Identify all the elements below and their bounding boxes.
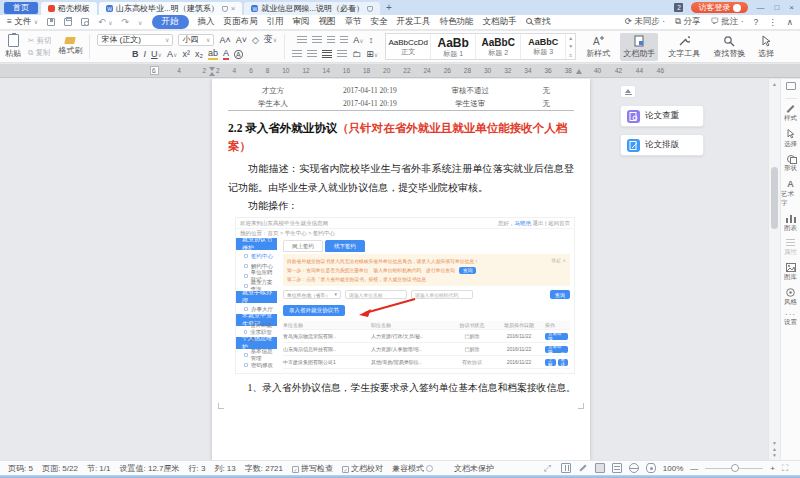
align-center-icon[interactable] xyxy=(307,50,317,58)
print-icon[interactable] xyxy=(64,18,72,26)
help-icon[interactable]: ? xyxy=(754,17,759,27)
gallery-down-icon[interactable]: ▼ xyxy=(568,43,573,49)
new-style-button[interactable]: A 新样式 xyxy=(583,33,613,61)
menu-insert[interactable]: 插入 xyxy=(198,16,215,28)
pin-icon[interactable] xyxy=(222,6,228,12)
bullet-list-icon[interactable] xyxy=(297,36,307,44)
menu-home[interactable]: 开始 xyxy=(152,15,189,29)
spell-check-button[interactable]: ✓拼写检查 xyxy=(292,463,333,474)
gallery-more-icon[interactable]: ≡ xyxy=(569,52,572,58)
shading-icon[interactable]: 🗀 xyxy=(352,49,361,59)
scrollbar-thumb[interactable] xyxy=(771,167,778,229)
gallery-up-icon[interactable]: ▲ xyxy=(568,35,573,41)
horizontal-ruler[interactable]: ∟ 642 2468101214161820222426283032343638… xyxy=(0,64,800,78)
superscript-button[interactable]: x² xyxy=(182,49,190,59)
bold-button[interactable]: B xyxy=(132,49,139,59)
outline-view-icon[interactable] xyxy=(612,463,622,473)
menu-view[interactable]: 视图 xyxy=(319,16,336,28)
pin-icon[interactable] xyxy=(367,6,373,12)
menu-doc-assistant[interactable]: 文档助手 xyxy=(483,16,517,28)
document-tab-2[interactable]: W 就业信息网操...说明（必看） xyxy=(244,2,380,15)
docer-template-tab[interactable]: 稻壳模板 xyxy=(41,2,97,15)
document-tab-1[interactable]: W 山东高校毕业...明（建筑系） × xyxy=(99,2,242,15)
save-icon[interactable] xyxy=(47,18,55,26)
zoom-level[interactable]: 100% xyxy=(663,464,683,473)
visitor-login-button[interactable]: 访客登录 xyxy=(691,2,748,13)
web-view-icon[interactable] xyxy=(629,463,639,473)
subscript-button[interactable]: x₂ xyxy=(195,49,203,59)
view-detail-button[interactable]: 查看详情 xyxy=(558,359,569,366)
proofread-button[interactable]: ✓文档校对 xyxy=(342,463,383,474)
maximize-button[interactable]: □ xyxy=(774,3,779,12)
border-icon[interactable]: ⊞∨ xyxy=(366,49,378,59)
query-mini-button[interactable]: 查询 xyxy=(459,267,477,274)
menu-security[interactable]: 安全 xyxy=(371,16,388,28)
document-page[interactable]: 才立方 2017-04-11 20:19 审核不通过 无 学生本人 2017-0… xyxy=(212,79,590,460)
italic-button[interactable]: I xyxy=(144,49,147,59)
align-justify-icon[interactable] xyxy=(322,50,332,58)
style-normal[interactable]: AaBbCcDd 正文 xyxy=(386,34,431,59)
menu-special-features[interactable]: 特色功能 xyxy=(440,16,474,28)
zoom-slider[interactable] xyxy=(705,468,763,469)
decrease-indent-icon[interactable] xyxy=(327,36,335,44)
undo-icon[interactable]: ↶ ∨ xyxy=(98,17,112,27)
region-select[interactable]: 单位所在地（省市）▾ xyxy=(283,290,341,299)
zoom-in-button[interactable]: + xyxy=(770,464,775,473)
tab-online-signing[interactable]: 网上签约 xyxy=(283,240,323,252)
close-tab-icon[interactable]: × xyxy=(231,4,236,13)
sidebar-item-chart[interactable]: 图表 xyxy=(784,214,797,233)
menu-references[interactable]: 引用 xyxy=(267,16,284,28)
two-page-view-icon[interactable] xyxy=(561,463,571,473)
menu-dev-tools[interactable]: 开发工具 xyxy=(397,16,431,28)
enter-agreement-button[interactable]: 录入省外就业协议书 xyxy=(283,305,345,316)
collapse-ribbon-icon[interactable]: ∧ xyxy=(787,17,793,27)
sidebar-item-settings[interactable]: ···设置 xyxy=(784,313,797,327)
style-heading1[interactable]: AaBb 标题 1 xyxy=(431,34,476,59)
format-painter-button[interactable]: 格式刷 xyxy=(58,37,82,56)
sidebar-item-style-theme[interactable]: 风格 xyxy=(784,288,797,307)
sidebar-item-wordart[interactable]: A艺术字 xyxy=(781,179,800,208)
zoom-out-button[interactable]: — xyxy=(690,464,698,473)
find-menu[interactable]: 查找 xyxy=(526,16,551,28)
username-link[interactable]: 马晓艳 xyxy=(514,220,531,226)
line-spacing-icon[interactable] xyxy=(337,50,347,58)
doc-assistant-button[interactable]: 文档助手 xyxy=(620,33,658,61)
fullscreen-icon[interactable]: ⤢ xyxy=(544,463,554,473)
copy-button[interactable]: ⧉ 复制 xyxy=(28,48,51,58)
char-scale-icon[interactable]: A∨ xyxy=(353,35,363,45)
tab-offline-signing[interactable]: 线下签约 xyxy=(325,240,365,252)
font-color-button[interactable]: A xyxy=(223,48,229,60)
logout-link[interactable]: 退出 xyxy=(533,220,544,226)
menu-section[interactable]: 章节 xyxy=(345,16,362,28)
close-button[interactable]: × xyxy=(789,3,794,12)
menu-page-layout[interactable]: 页面布局 xyxy=(224,16,258,28)
fit-page-icon[interactable]: ⛶ xyxy=(782,463,792,473)
online-terminate-button[interactable]: 网上解约 xyxy=(545,359,556,366)
menu-review[interactable]: 审阅 xyxy=(293,16,310,28)
comment-button[interactable]: 🗩 批注 · xyxy=(710,16,743,28)
redo-icon[interactable]: ↷ xyxy=(122,17,130,27)
view-detail-button[interactable]: 查看详情 xyxy=(545,333,568,340)
more-icon[interactable]: ⋮ xyxy=(768,17,777,27)
sidebar-item-shapes[interactable]: 形状 xyxy=(784,155,797,173)
sidebar-item-styles[interactable]: 样式 xyxy=(784,105,797,123)
zoom-slider-thumb[interactable] xyxy=(731,464,739,472)
back-home-link[interactable]: 返回首页 xyxy=(548,220,570,226)
file-menu[interactable]: ≡ 文件 ∨ xyxy=(7,16,38,28)
search-button[interactable]: 查询 xyxy=(550,290,570,299)
text-tool-button[interactable]: 文字工具 xyxy=(665,33,703,61)
compat-mode[interactable]: 兼容模式 xyxy=(392,463,433,474)
decrease-font-icon[interactable]: A˅ xyxy=(236,35,247,45)
find-replace-button[interactable]: 查找替换 xyxy=(710,33,748,61)
align-left-icon[interactable] xyxy=(292,50,302,58)
hanging-indent-marker[interactable] xyxy=(209,72,215,76)
paste-button[interactable]: 粘贴 xyxy=(5,34,21,59)
font-size-select[interactable]: 小四∨ xyxy=(178,34,214,46)
new-tab-button[interactable]: + xyxy=(386,2,392,13)
paper-format-button[interactable]: 论文排版 xyxy=(620,134,704,156)
underline-button[interactable]: U∨ xyxy=(151,49,162,59)
style-heading2[interactable]: AaBbC 标题 2 xyxy=(476,34,521,59)
print-preview-icon[interactable] xyxy=(81,18,89,26)
edit-mode-icon[interactable] xyxy=(578,463,588,473)
sync-status[interactable]: ⟳ 未同步 · xyxy=(625,16,665,28)
